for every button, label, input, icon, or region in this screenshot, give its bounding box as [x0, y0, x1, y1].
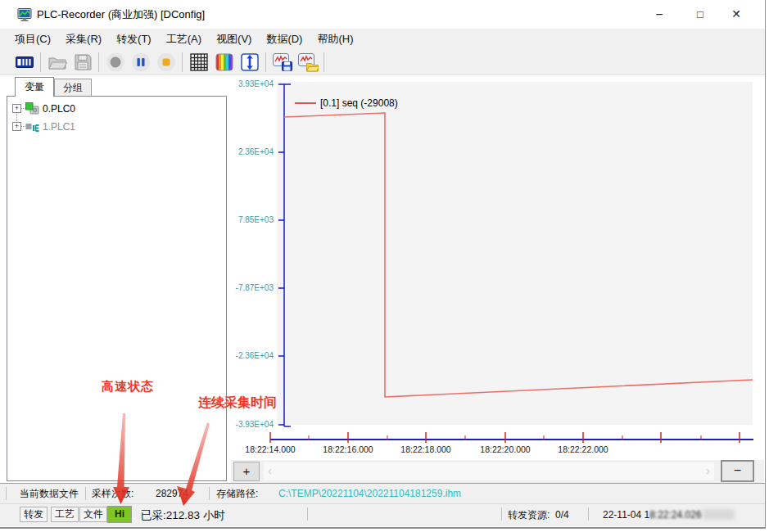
status-bar-files: 当前数据文件 采样次数: 282974 存储路径: C:\TEMP\202211… — [0, 484, 765, 503]
tree-item-plc0[interactable]: + 0.PLC0 — [7, 101, 220, 116]
zoom-out-button[interactable]: − — [721, 460, 754, 482]
high-speed-status-badge[interactable]: Hi — [107, 506, 132, 523]
menu-bar: 项目(C) 采集(R) 转发(T) 工艺(A) 视图(V) 数据(D) 帮助(H… — [0, 29, 765, 50]
current-file-label: 当前数据文件 — [20, 484, 79, 503]
status-bar-state: 转发 工艺 文件 Hi 已采:212.83 小时 转发资源: 0/4 22-11… — [0, 504, 765, 526]
trend-curve — [284, 113, 753, 397]
file-status-box[interactable]: 文件 — [79, 507, 107, 522]
trend-chart[interactable]: 3.93E+042.36E+047.85E+03-7.87E+03-2.36E+… — [231, 75, 764, 460]
tab-variables[interactable]: 变量 — [15, 77, 54, 97]
toolbar — [0, 50, 765, 75]
minimize-button[interactable]: − — [645, 0, 674, 29]
tree-item-label[interactable]: 1.PLC1 — [43, 119, 75, 134]
scroll-left-icon[interactable]: ‹ — [268, 462, 272, 480]
plc0-device-icon — [25, 102, 39, 115]
sample-count-label: 采样次数: — [92, 484, 133, 503]
toolbar-separator — [323, 52, 324, 72]
tree-item-label[interactable]: 0.PLC0 — [43, 101, 75, 116]
toolbar-separator — [265, 52, 266, 72]
save-icon[interactable] — [72, 52, 93, 73]
storage-path-value: C:\TEMP\20221104\20221104181259.ihm — [278, 484, 461, 503]
maximize-button[interactable]: □ — [685, 0, 715, 29]
timestamp-redaction — [703, 509, 735, 520]
time-scroll-row: + ‹ › − — [231, 460, 764, 483]
chart-canvas — [231, 75, 764, 460]
forward-resource-value: 0/4 — [555, 504, 569, 526]
expand-icon[interactable]: + — [12, 122, 21, 131]
pause-icon[interactable] — [130, 52, 152, 73]
palette-icon[interactable] — [214, 52, 235, 73]
menu-forward[interactable]: 转发(T) — [109, 29, 159, 50]
time-scrollbar[interactable]: ‹ › — [264, 462, 714, 480]
menu-process[interactable]: 工艺(A) — [159, 29, 209, 50]
window-title: PLC-Recorder (商业加强) [DConfig] — [37, 0, 205, 29]
app-logo-icon — [17, 7, 32, 22]
title-bar: PLC-Recorder (商业加强) [DConfig] − □ ✕ — [0, 0, 765, 29]
app-window: PLC-Recorder (商业加强) [DConfig] − □ ✕ 项目(C… — [0, 0, 766, 529]
scroll-right-icon[interactable]: › — [706, 462, 710, 480]
timestamp-clear: 22-11-04 1 — [603, 509, 649, 521]
status-separator — [209, 487, 210, 500]
forward-status-box[interactable]: 转发 — [20, 507, 47, 522]
menu-help[interactable]: 帮助(H) — [310, 29, 360, 50]
tree-item-plc1[interactable]: + 1.PLC1 — [7, 119, 220, 134]
save-trend-icon[interactable] — [272, 52, 293, 73]
clock-timestamp: 22-11-04 18:22:24.026 — [603, 504, 735, 526]
menu-view[interactable]: 视图(V) — [209, 29, 259, 50]
toolbar-separator — [98, 52, 99, 72]
status-separator — [6, 487, 7, 500]
record-icon[interactable] — [105, 52, 126, 73]
process-status-box[interactable]: 工艺 — [51, 507, 79, 522]
toolbar-separator — [182, 52, 183, 72]
vertical-scale-icon[interactable] — [239, 52, 260, 73]
status-separator — [307, 507, 308, 521]
plc-device-icon[interactable] — [14, 52, 35, 73]
annotation-continuous-time: 连续采集时间 — [198, 394, 277, 412]
variable-tree: + 0.PLC0 + 1.PLC1 — [7, 96, 227, 481]
status-separator — [501, 507, 502, 521]
legend-entry: [0.1] seq (-29008) — [320, 97, 398, 109]
open-trend-icon[interactable] — [297, 52, 319, 73]
sample-count-value: 282974 — [156, 484, 188, 503]
toolbar-separator — [40, 52, 41, 72]
annotation-high-speed: 高速状态 — [102, 379, 154, 394]
storage-path-label: 存储路径: — [216, 484, 258, 503]
stop-icon[interactable] — [156, 52, 177, 73]
grid-icon[interactable] — [188, 52, 210, 73]
open-folder-icon[interactable] — [47, 52, 68, 73]
tab-groups[interactable]: 分组 — [54, 79, 92, 97]
status-separator — [85, 487, 86, 500]
forward-resource-label: 转发资源: — [508, 504, 550, 526]
menu-project[interactable]: 项目(C) — [7, 29, 58, 50]
expand-icon[interactable]: + — [12, 104, 21, 113]
menu-capture[interactable]: 采集(R) — [58, 29, 109, 50]
elapsed-time-value: 已采:212.83 小时 — [141, 504, 225, 526]
sidebar-panel: 变量 分组 + 0.PLC0 + — [7, 75, 228, 482]
plc1-device-icon — [25, 120, 39, 133]
timestamp-blurred: 8:22:24.026 — [649, 509, 701, 521]
menu-data[interactable]: 数据(D) — [259, 29, 310, 50]
close-button[interactable]: ✕ — [721, 0, 751, 29]
zoom-in-button[interactable]: + — [233, 462, 260, 481]
status-separator — [588, 507, 589, 521]
